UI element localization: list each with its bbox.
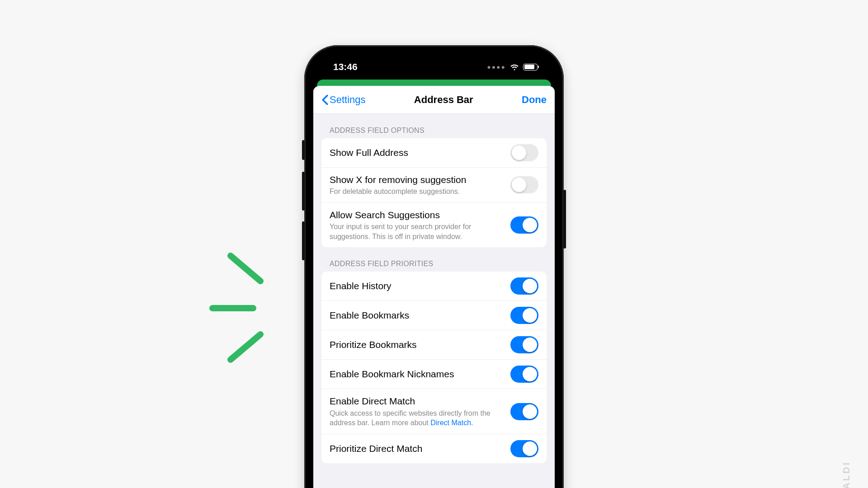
svg-line-0 [231, 256, 260, 281]
row-title: Enable Bookmarks [330, 309, 505, 322]
toggle-allow-search-suggestions[interactable] [510, 216, 538, 234]
app-accent-bar [317, 80, 551, 86]
row-subtitle: Your input is sent to your search provid… [330, 222, 505, 241]
row-show-x-remove-suggestion: Show X for removing suggestion For delet… [321, 168, 547, 203]
row-prioritize-direct-match: Prioritize Direct Match [321, 434, 547, 463]
phone-power-button [563, 190, 566, 249]
section-header-priorities: Address Field Priorities [321, 247, 547, 272]
navigation-bar: Settings Address Bar Done [313, 86, 555, 114]
row-title: Enable Direct Match [330, 395, 505, 408]
row-title: Allow Search Suggestions [330, 209, 505, 221]
phone-volume-down-button [302, 221, 305, 260]
row-show-full-address: Show Full Address [321, 138, 547, 168]
settings-content[interactable]: Address Field Options Show Full Address … [313, 114, 555, 488]
group-address-field-priorities: Enable History Enable Bookmarks Prioriti… [321, 272, 547, 463]
done-button[interactable]: Done [522, 94, 547, 106]
phone-mockup: 13:46 ●●●● Settings Address Bar Done [304, 45, 564, 488]
back-button[interactable]: Settings [321, 94, 366, 106]
row-enable-bookmark-nicknames: Enable Bookmark Nicknames [321, 360, 547, 389]
toggle-enable-direct-match[interactable] [510, 403, 538, 420]
row-title: Show X for removing suggestion [330, 174, 505, 186]
row-prioritize-bookmarks: Prioritize Bookmarks [321, 330, 547, 360]
direct-match-link[interactable]: Direct Match. [430, 419, 473, 427]
group-address-field-options: Show Full Address Show X for removing su… [321, 138, 547, 247]
row-title: Prioritize Bookmarks [330, 338, 505, 351]
phone-side-button [302, 140, 305, 160]
row-enable-direct-match: Enable Direct Match Quick access to spec… [321, 389, 547, 434]
row-title: Prioritize Direct Match [330, 442, 505, 455]
toggle-prioritize-direct-match[interactable] [510, 440, 538, 457]
status-time: 13:46 [333, 61, 358, 72]
section-header-options: Address Field Options [321, 114, 547, 138]
toggle-prioritize-bookmarks[interactable] [510, 336, 538, 353]
row-title: Show Full Address [330, 146, 505, 159]
row-title: Enable History [330, 280, 505, 292]
back-label: Settings [330, 94, 366, 106]
page-title: Address Bar [414, 94, 473, 106]
cellular-dots-icon: ●●●● [487, 63, 506, 70]
battery-icon [523, 64, 538, 70]
row-enable-bookmarks: Enable Bookmarks [321, 301, 547, 330]
wifi-icon [509, 63, 519, 70]
phone-volume-up-button [302, 172, 305, 211]
toggle-show-x-remove[interactable] [510, 176, 538, 193]
spark-decoration [208, 249, 271, 366]
phone-notch [382, 54, 486, 71]
row-subtitle: For deletable autocomplete suggestions. [330, 187, 505, 197]
chevron-left-icon [321, 94, 329, 105]
toggle-enable-bookmarks[interactable] [510, 307, 538, 324]
row-title: Enable Bookmark Nicknames [330, 368, 505, 380]
toggle-show-full-address[interactable] [510, 144, 538, 161]
svg-line-2 [231, 334, 260, 360]
vivaldi-watermark: VIVALDI [841, 461, 852, 488]
toggle-enable-history[interactable] [510, 277, 538, 295]
row-enable-history: Enable History [321, 272, 547, 301]
row-allow-search-suggestions: Allow Search Suggestions Your input is s… [321, 203, 547, 248]
row-subtitle: Quick access to specific websites direct… [330, 408, 505, 428]
toggle-enable-bookmark-nicknames[interactable] [510, 366, 538, 383]
